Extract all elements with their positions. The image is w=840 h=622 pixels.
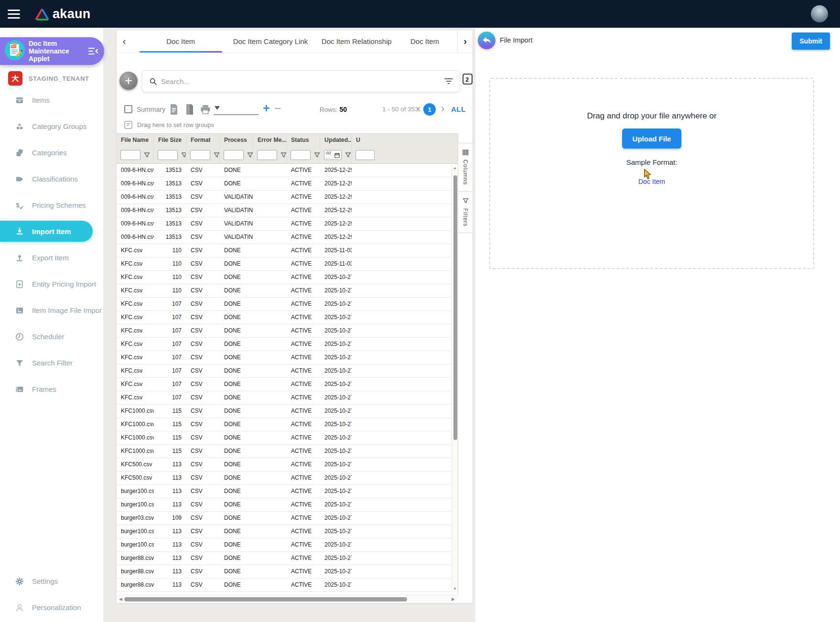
tab-doc-item[interactable]: Doc Item — [132, 30, 230, 53]
export-csv-icon[interactable] — [169, 104, 179, 117]
table-row[interactable]: KFC.csv107CSVDONEACTIVE2025-10-27 ... — [117, 298, 458, 311]
sidebar-item-frames[interactable]: Frames — [0, 376, 103, 402]
filter-funnel-icon[interactable] — [181, 152, 186, 158]
table-row[interactable]: 009-6-HN.csv13513CSVVALIDATING...ACTIVE2… — [117, 204, 458, 217]
table-row[interactable]: KFC.csv107CSVDONEACTIVE2025-10-27 ... — [117, 338, 458, 351]
filter-funnel-icon[interactable] — [247, 152, 253, 158]
table-row[interactable]: KFC.csv107CSVDONEACTIVE2025-10-27 ... — [117, 351, 458, 365]
row-group-dropzone[interactable]: Drag here to set row groups — [117, 118, 473, 131]
sidebar-item-items[interactable]: Items — [0, 87, 103, 113]
sidebar-item-category-groups[interactable]: Category Groups — [0, 113, 103, 139]
table-row[interactable]: 009-6-HN.csv13513CSVVALIDATING...ACTIVE2… — [117, 191, 458, 204]
table-row[interactable]: burger100.csv113CSVDONEACTIVE2025-10-27 … — [117, 498, 458, 512]
page-prev-icon[interactable]: ‹ — [417, 101, 420, 117]
vertical-scrollbar[interactable]: ▲ ▼ — [452, 165, 458, 592]
add-record-button[interactable]: + — [119, 72, 138, 90]
table-row[interactable]: KFC500.csv113CSVDONEACTIVE2025-10-27 ... — [117, 472, 458, 485]
tabs-scroll-right-icon[interactable]: › — [457, 30, 473, 53]
user-avatar[interactable] — [811, 5, 828, 22]
applet-banner[interactable]: DOC Doc Item Maintenance Applet — [0, 37, 104, 65]
table-row[interactable]: KFC1000.csv115CSVDONEACTIVE2025-10-27 ..… — [117, 418, 458, 431]
horizontal-scrollbar[interactable]: ◀ ▶ — [118, 595, 458, 602]
sidebar-item-scheduler[interactable]: Scheduler — [0, 323, 103, 350]
filter-funnel-icon[interactable] — [280, 152, 287, 158]
tab-doc-item-truncated[interactable]: Doc Item — [402, 30, 447, 53]
table-row[interactable]: KFC.csv110CSVDONEACTIVE2025-11-03 ... — [117, 244, 458, 257]
column-header-format[interactable]: Format — [186, 134, 220, 147]
table-row[interactable]: burger03.csv109CSVDONEACTIVE2025-10-27 .… — [117, 512, 458, 525]
column-header-u[interactable]: U — [352, 134, 458, 147]
sidebar-item-personalization[interactable]: Personalization — [0, 594, 103, 621]
table-row[interactable]: KFC500.csv113CSVDONEACTIVE2025-10-27 ... — [117, 458, 458, 472]
summary-checkbox[interactable] — [124, 105, 132, 113]
tabs-scroll-left-icon[interactable]: ‹ — [117, 30, 132, 53]
table-row[interactable]: burger88.csv113CSVDONEACTIVE2025-10-27 .… — [117, 565, 458, 579]
scroll-right-icon[interactable]: ▶ — [452, 597, 455, 601]
filter-input-process[interactable] — [224, 150, 244, 160]
search-input[interactable] — [161, 77, 444, 86]
table-row[interactable]: burger100.csv113CSVDONEACTIVE2025-10-27 … — [117, 485, 458, 498]
table-row[interactable]: KFC1000.csv115CSVDONEACTIVE2025-10-27 ..… — [117, 431, 458, 445]
submit-button[interactable]: Submit — [792, 32, 830, 50]
table-row[interactable]: KFC.csv107CSVDONEACTIVE2025-10-27 ... — [117, 311, 458, 324]
columns-panel-tab[interactable]: Columns — [458, 143, 473, 192]
scroll-left-icon[interactable]: ◀ — [119, 597, 122, 601]
sidebar-item-search-filter[interactable]: Search Filter — [0, 350, 103, 376]
filter-input-status[interactable] — [291, 150, 311, 160]
hamburger-menu-icon[interactable] — [8, 10, 21, 19]
horizontal-scroll-thumb[interactable] — [124, 597, 407, 601]
filter-input-file-name[interactable] — [120, 150, 140, 160]
table-row[interactable]: 009-6-HN.csv13513CSVDONEACTIVE2025-12-29… — [117, 177, 458, 191]
table-row[interactable]: 009-6-HN.csv13513CSVVALIDATING...ACTIVE2… — [117, 217, 458, 231]
filter-input-u[interactable] — [355, 150, 375, 160]
table-row[interactable]: KFC1000.csv115CSVDONEACTIVE2025-10-27 ..… — [117, 445, 458, 458]
table-row[interactable]: burger88.csv113CSVDONEACTIVE2025-10-27 .… — [117, 552, 458, 565]
filter-lines-icon[interactable] — [444, 78, 453, 85]
collapse-sidebar-icon[interactable] — [88, 46, 98, 56]
filter-funnel-icon[interactable] — [214, 152, 220, 158]
sidebar-item-settings[interactable]: Settings — [0, 568, 103, 594]
doc-item-sample-link[interactable]: Doc Item — [638, 178, 665, 185]
sidebar-item-classifications[interactable]: Classifications — [0, 166, 103, 192]
file-dropzone[interactable]: Drag and drop your file anywhere or Uplo… — [489, 78, 814, 269]
table-row[interactable]: burger100.csv113CSVDONEACTIVE2025-10-27 … — [117, 538, 458, 552]
column-header-process[interactable]: Process — [220, 134, 253, 147]
saved-view-select[interactable] — [214, 103, 258, 115]
filter-input-error-me[interactable] — [257, 150, 277, 160]
table-row[interactable]: KFC1000.csv115CSVDONEACTIVE2025-10-27 ..… — [117, 405, 458, 418]
upload-file-button[interactable]: Upload File — [622, 129, 681, 149]
table-row[interactable]: burger100.csv113CSVDONEACTIVE2025-10-27 … — [117, 525, 458, 538]
filter-funnel-icon[interactable] — [144, 152, 150, 158]
vertical-scroll-thumb[interactable] — [453, 175, 457, 440]
table-row[interactable]: KFC.csv107CSVDONEACTIVE2025-10-27 ... — [117, 365, 458, 378]
sidebar-item-export-item[interactable]: Export Item — [0, 245, 103, 271]
export-file-icon[interactable] — [185, 104, 194, 117]
date-filter-input[interactable]: dd - - — [324, 150, 342, 160]
column-header-updated[interactable]: Updated... — [320, 134, 352, 147]
tenant-selector[interactable]: STAGING_TENANT — [0, 70, 103, 87]
table-row[interactable]: KFC.csv110CSVDONEACTIVE2025-11-03 ... — [117, 257, 458, 271]
search-box[interactable] — [142, 70, 460, 92]
sidebar-item-pricing-schemes[interactable]: $Pricing Schemes — [0, 192, 103, 218]
filters-panel-tab[interactable]: Filters — [458, 192, 473, 233]
column-header-file-size[interactable]: File Size — [154, 134, 186, 147]
calendar-icon[interactable] — [334, 152, 340, 158]
scroll-down-icon[interactable]: ▼ — [453, 587, 457, 591]
filter-input-format[interactable] — [190, 150, 210, 160]
filter-input-file-size[interactable] — [158, 150, 178, 160]
table-row[interactable]: KFC.csv107CSVDONEACTIVE2025-10-27 ... — [117, 378, 458, 391]
table-row[interactable]: KFC.csv110CSVDONEACTIVE2025-10-27 ... — [117, 271, 458, 284]
current-page-badge[interactable]: 1 — [423, 103, 436, 116]
table-row[interactable]: KFC.csv107CSVDONEACTIVE2025-10-27 ... — [117, 324, 458, 338]
back-button[interactable] — [478, 32, 495, 49]
tab-doc-item-category-link[interactable]: Doc Item Category Link — [230, 30, 312, 53]
filter-funnel-icon[interactable] — [345, 152, 351, 158]
table-row[interactable]: KFC.csv110CSVDONEACTIVE2025-10-27 ... — [117, 284, 458, 298]
sidebar-item-import-item[interactable]: Import Item — [0, 221, 93, 242]
sidebar-item-entity-pricing-import[interactable]: Entity Pricing Import — [0, 271, 103, 297]
filter-funnel-icon[interactable] — [314, 152, 320, 158]
show-all-button[interactable]: ALL — [451, 101, 466, 118]
remove-view-icon[interactable]: − — [274, 101, 281, 115]
table-row[interactable]: KFC.csv107CSVDONEACTIVE2025-10-27 ... — [117, 391, 458, 405]
column-header-error-me[interactable]: Error Me... — [253, 134, 287, 147]
